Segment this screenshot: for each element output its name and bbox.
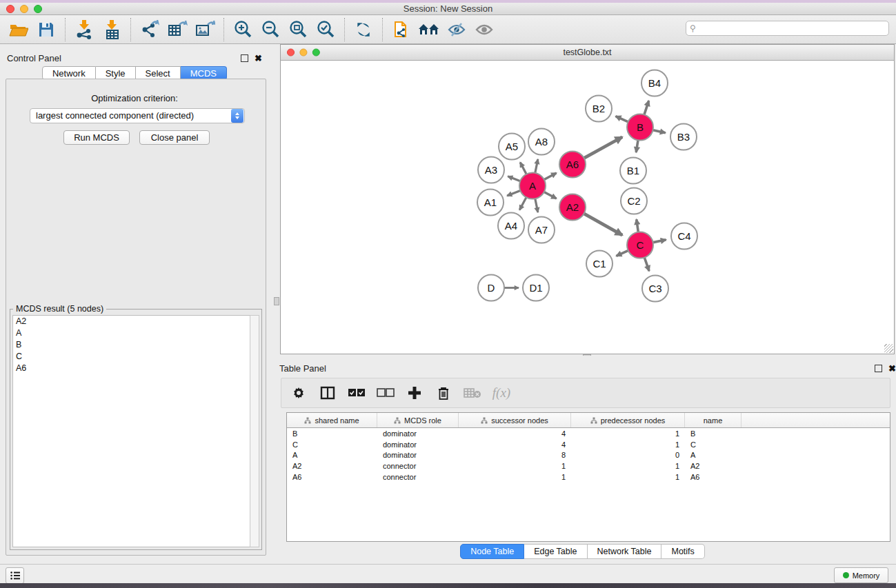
node-B1[interactable]: B1 bbox=[620, 158, 646, 184]
edge-C-C3[interactable] bbox=[644, 256, 650, 272]
edge-A-A2[interactable] bbox=[543, 192, 557, 199]
node-D[interactable]: D bbox=[478, 275, 504, 301]
select-all-button[interactable] bbox=[348, 384, 366, 402]
hide-selected-button[interactable] bbox=[445, 18, 468, 41]
import-network-button[interactable] bbox=[72, 18, 96, 41]
edge-B-B4[interactable] bbox=[644, 101, 648, 116]
node-C3[interactable]: C3 bbox=[642, 276, 668, 302]
node-C2[interactable]: C2 bbox=[621, 188, 647, 214]
node-A7[interactable]: A7 bbox=[528, 217, 555, 243]
export-table-button[interactable] bbox=[166, 18, 189, 41]
table-close-icon[interactable]: ✖ bbox=[888, 365, 896, 372]
edge-C-C4[interactable] bbox=[652, 240, 666, 243]
column-header-successor-nodes[interactable]: successor nodes bbox=[459, 413, 571, 427]
edge-C-C1[interactable] bbox=[616, 250, 629, 256]
node-C[interactable]: C bbox=[627, 232, 653, 258]
column-header-MCDS-role[interactable]: MCDS role bbox=[377, 413, 459, 427]
home-view-button[interactable] bbox=[417, 18, 441, 41]
node-A3[interactable]: A3 bbox=[478, 157, 504, 183]
zoom-selected-button[interactable] bbox=[314, 18, 337, 41]
edge-C-C2[interactable] bbox=[637, 219, 639, 234]
node-table[interactable]: shared nameMCDS rolesuccessor nodesprede… bbox=[286, 412, 890, 542]
table-row[interactable]: Bdominator41B bbox=[287, 428, 890, 439]
table-settings-button[interactable] bbox=[290, 384, 308, 402]
edge-A2-C[interactable] bbox=[583, 213, 622, 235]
node-B4[interactable]: B4 bbox=[641, 70, 668, 97]
task-history-button[interactable] bbox=[6, 567, 24, 584]
open-session-button[interactable] bbox=[7, 18, 30, 41]
tab-node-table[interactable]: Node Table bbox=[460, 544, 524, 559]
result-item[interactable]: A6 bbox=[13, 363, 250, 374]
node-A1[interactable]: A1 bbox=[477, 190, 504, 216]
node-A4[interactable]: A4 bbox=[498, 213, 524, 239]
tab-select[interactable]: Select bbox=[136, 66, 181, 80]
edge-B-B3[interactable] bbox=[652, 130, 666, 132]
edge-A6-B[interactable] bbox=[583, 137, 622, 159]
network-window-titlebar[interactable]: testGlobe.txt bbox=[280, 44, 895, 61]
table-row[interactable]: Cdominator41C bbox=[287, 439, 890, 450]
edge-B-B2[interactable] bbox=[616, 116, 630, 123]
add-column-button[interactable] bbox=[406, 384, 424, 402]
edge-A-A6[interactable] bbox=[543, 173, 557, 181]
criterion-dropdown[interactable]: largest connected component (directed) bbox=[30, 108, 245, 123]
search-input[interactable] bbox=[698, 23, 888, 33]
mcds-result-list[interactable]: A2ABCA6 bbox=[12, 315, 251, 547]
refresh-button[interactable] bbox=[352, 18, 375, 41]
result-list-scrollbar[interactable] bbox=[250, 315, 259, 547]
delete-column-button[interactable] bbox=[435, 384, 452, 402]
edge-A-A1[interactable] bbox=[507, 190, 521, 196]
edge-A-A4[interactable] bbox=[519, 196, 527, 210]
close-panel-button[interactable]: Close panel bbox=[139, 130, 210, 145]
node-B[interactable]: B bbox=[627, 114, 653, 141]
node-B2[interactable]: B2 bbox=[586, 96, 612, 122]
network-graph[interactable]: B4B2BB3A8A5A6A3B1AA1C2A2A4A7C4CC1C3DD1 bbox=[281, 61, 894, 354]
result-item[interactable]: A2 bbox=[13, 316, 250, 327]
tab-mcds[interactable]: MCDS bbox=[181, 66, 227, 80]
table-row[interactable]: A2connector11A2 bbox=[287, 460, 890, 472]
edge-A-A7[interactable] bbox=[535, 197, 537, 212]
tab-edge-table[interactable]: Edge Table bbox=[524, 544, 587, 559]
column-header-shared-name[interactable]: shared name bbox=[287, 413, 377, 427]
node-A2[interactable]: A2 bbox=[559, 194, 586, 221]
deselect-all-button[interactable] bbox=[377, 384, 395, 402]
column-header-predecessor-nodes[interactable]: predecessor nodes bbox=[571, 413, 685, 427]
run-mcds-button[interactable]: Run MCDS bbox=[63, 130, 130, 145]
node-C1[interactable]: C1 bbox=[586, 251, 613, 277]
result-item[interactable]: A bbox=[13, 327, 250, 339]
node-A5[interactable]: A5 bbox=[499, 134, 525, 160]
network-canvas[interactable]: B4B2BB3A8A5A6A3B1AA1C2A2A4A7C4CC1C3DD1 bbox=[280, 61, 895, 354]
zoom-fit-button[interactable] bbox=[286, 18, 310, 41]
memory-button[interactable]: Memory bbox=[834, 567, 888, 583]
search-field[interactable]: ⚲ bbox=[686, 21, 889, 36]
show-columns-button[interactable] bbox=[319, 384, 337, 402]
node-B3[interactable]: B3 bbox=[670, 124, 697, 150]
column-header-name[interactable]: name bbox=[685, 413, 741, 427]
float-panel-icon[interactable] bbox=[241, 54, 248, 62]
table-row[interactable]: A6connector11A6 bbox=[287, 472, 890, 483]
edge-A-A5[interactable] bbox=[520, 163, 527, 176]
table-float-icon[interactable] bbox=[875, 365, 882, 372]
node-A6[interactable]: A6 bbox=[559, 152, 586, 178]
result-item[interactable]: C bbox=[13, 351, 250, 363]
export-network-button[interactable] bbox=[138, 18, 161, 41]
tab-style[interactable]: Style bbox=[96, 66, 136, 80]
vertical-splitter-handle[interactable] bbox=[274, 297, 279, 305]
result-item[interactable]: B bbox=[13, 339, 250, 351]
export-image-button[interactable] bbox=[193, 18, 217, 41]
tab-network-table[interactable]: Network Table bbox=[588, 544, 662, 559]
node-C4[interactable]: C4 bbox=[671, 223, 697, 250]
save-session-button[interactable] bbox=[34, 18, 58, 41]
resize-grip-icon[interactable] bbox=[884, 344, 893, 353]
node-A8[interactable]: A8 bbox=[528, 129, 555, 155]
edge-A-A8[interactable] bbox=[535, 159, 537, 174]
zoom-in-button[interactable] bbox=[231, 18, 255, 41]
edge-A-A3[interactable] bbox=[508, 176, 521, 182]
node-D1[interactable]: D1 bbox=[523, 275, 549, 301]
table-row[interactable]: Adominator80A bbox=[287, 450, 890, 461]
close-panel-icon[interactable]: ✖ bbox=[255, 54, 262, 62]
tab-motifs[interactable]: Motifs bbox=[661, 544, 704, 559]
node-A[interactable]: A bbox=[519, 173, 546, 199]
clone-network-button[interactable] bbox=[390, 18, 413, 41]
zoom-out-button[interactable] bbox=[259, 18, 282, 41]
show-all-button[interactable] bbox=[472, 18, 496, 41]
